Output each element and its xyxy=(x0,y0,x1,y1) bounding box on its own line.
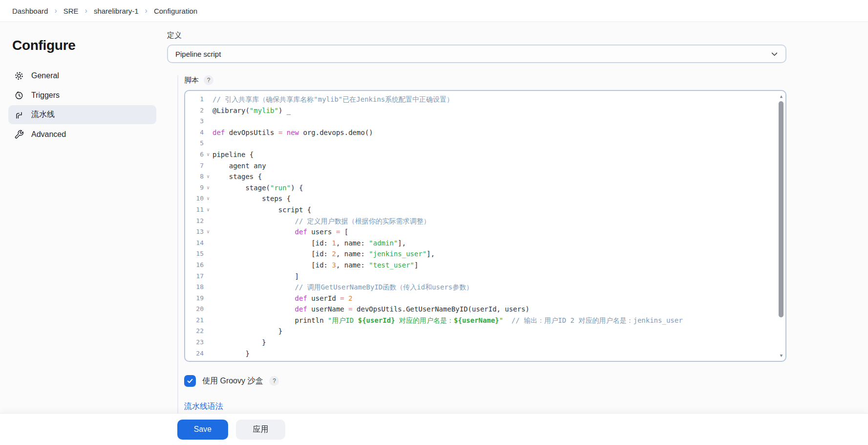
code-text: steps { xyxy=(212,193,291,204)
sidebar-item-general[interactable]: General xyxy=(8,66,156,85)
code-line: 17 ] xyxy=(188,271,785,282)
fold-gutter xyxy=(204,282,212,293)
line-number: 15 xyxy=(188,248,204,260)
breadcrumb: Dashboard›SRE›sharelibrary-1›Configurati… xyxy=(0,0,868,22)
breadcrumb-item-sre[interactable]: SRE xyxy=(64,7,79,15)
code-line: 11∨ script { xyxy=(188,204,785,216)
code-text: [id: 1, name: "admin"], xyxy=(212,238,406,249)
apply-button[interactable]: 应用 xyxy=(236,420,285,440)
code-line: 16 [id: 3, name: "test_user"] xyxy=(188,260,785,271)
scrollbar-thumb[interactable] xyxy=(779,101,783,317)
groovy-sandbox-label: 使用 Groovy 沙盒 xyxy=(202,376,263,386)
sidebar-item-advanced[interactable]: Advanced xyxy=(8,125,156,144)
code-text: script { xyxy=(212,204,311,216)
code-line: 9∨ stage("run") { xyxy=(188,182,785,194)
sidebar: Configure GeneralTriggers流水线Advanced xyxy=(0,22,167,413)
fold-toggle-icon[interactable]: ∨ xyxy=(204,204,212,216)
scroll-down-icon[interactable]: ▼ xyxy=(778,353,784,358)
fold-gutter xyxy=(204,105,212,116)
fold-gutter xyxy=(204,326,212,337)
code-line: 19 def userId = 2 xyxy=(188,293,785,304)
code-text: ] xyxy=(212,271,299,282)
scroll-up-icon[interactable]: ▲ xyxy=(778,93,784,99)
fold-gutter xyxy=(204,260,212,271)
sidebar-item-label: General xyxy=(31,71,59,80)
code-text: } xyxy=(212,348,250,359)
code-line: 18 // 调用GetUserNameByID函数（传入id和users参数） xyxy=(188,282,785,293)
definition-select-value: Pipeline script xyxy=(175,50,221,58)
code-line: 23 } xyxy=(188,337,785,348)
code-line: 7 agent any xyxy=(188,160,785,172)
fold-gutter xyxy=(204,304,212,315)
groovy-sandbox-checkbox[interactable] xyxy=(184,375,196,387)
chevron-down-icon xyxy=(770,50,779,58)
definition-select[interactable]: Pipeline script xyxy=(167,44,786,63)
fold-toggle-icon[interactable]: ∨ xyxy=(204,149,212,160)
line-number: 3 xyxy=(188,116,204,127)
script-help-button[interactable]: ? xyxy=(204,75,213,85)
fold-gutter xyxy=(204,94,212,105)
sidebar-item-label: Advanced xyxy=(31,130,66,139)
fold-gutter xyxy=(204,293,212,304)
definition-label: 定义 xyxy=(167,31,786,40)
fold-toggle-icon[interactable]: ∨ xyxy=(204,226,212,238)
line-number: 4 xyxy=(188,127,204,138)
line-number: 10 xyxy=(188,193,204,204)
code-text: } xyxy=(212,326,282,337)
fold-gutter xyxy=(204,348,212,359)
line-number: 13 xyxy=(188,226,204,238)
code-text: stage("run") { xyxy=(212,182,303,194)
fold-gutter xyxy=(204,337,212,348)
fold-toggle-icon[interactable]: ∨ xyxy=(204,193,212,204)
clock-icon xyxy=(14,90,24,100)
fold-gutter xyxy=(204,248,212,260)
pipeline-syntax-link[interactable]: 流水线语法 xyxy=(184,401,223,412)
sidebar-nav: GeneralTriggers流水线Advanced xyxy=(12,66,167,144)
fold-toggle-icon[interactable]: ∨ xyxy=(204,182,212,194)
sidebar-item-pipeline[interactable]: 流水线 xyxy=(8,105,156,124)
line-number: 1 xyxy=(188,94,204,105)
code-text: def users = [ xyxy=(212,226,348,238)
sandbox-help-button[interactable]: ? xyxy=(269,376,279,386)
script-label: 脚本 xyxy=(184,76,199,85)
sidebar-item-triggers[interactable]: Triggers xyxy=(8,86,156,105)
code-text: @Library("mylib") _ xyxy=(212,105,291,116)
check-icon xyxy=(187,378,193,384)
fold-gutter xyxy=(204,216,212,227)
code-line: 22 } xyxy=(188,326,785,337)
code-text: pipeline { xyxy=(212,149,254,160)
action-bar: Save 应用 xyxy=(0,413,868,445)
line-number: 19 xyxy=(188,293,204,304)
breadcrumb-item-dashboard[interactable]: Dashboard xyxy=(12,7,48,15)
line-number: 2 xyxy=(188,105,204,116)
line-number: 9 xyxy=(188,182,204,194)
breadcrumb-separator-icon: › xyxy=(54,6,57,15)
line-number: 18 xyxy=(188,282,204,293)
line-number: 22 xyxy=(188,326,204,337)
breadcrumb-item-sharelibrary-1[interactable]: sharelibrary-1 xyxy=(94,7,139,15)
code-line: 6∨pipeline { xyxy=(188,149,785,160)
code-text: def userId = 2 xyxy=(212,293,353,304)
code-line: 2@Library("mylib") _ xyxy=(188,105,785,116)
fold-gutter xyxy=(204,160,212,172)
editor-scrollbar[interactable]: ▲ ▼ xyxy=(778,93,784,358)
sidebar-item-label: 流水线 xyxy=(31,110,55,120)
save-button[interactable]: Save xyxy=(177,420,228,440)
code-line: 24 } xyxy=(188,348,785,359)
line-number: 8 xyxy=(188,171,204,182)
wrench-icon xyxy=(14,130,24,139)
code-line: 8∨ stages { xyxy=(188,171,785,182)
page-body: Configure GeneralTriggers流水线Advanced 定义 … xyxy=(0,22,868,413)
code-line: 13∨ def users = [ xyxy=(188,226,785,238)
code-text: // 调用GetUserNameByID函数（传入id和users参数） xyxy=(212,282,473,293)
code-text: stages { xyxy=(212,171,262,182)
line-number: 12 xyxy=(188,216,204,227)
code-line: 21 println "用户ID ${userId} 对应的用户名是：${use… xyxy=(188,315,785,326)
fold-gutter xyxy=(204,116,212,127)
breadcrumb-separator-icon: › xyxy=(85,6,87,15)
fold-toggle-icon[interactable]: ∨ xyxy=(204,171,212,182)
page-title: Configure xyxy=(12,38,167,53)
breadcrumb-item-configuration[interactable]: Configuration xyxy=(154,7,197,15)
line-number: 17 xyxy=(188,271,204,282)
code-editor[interactable]: 1// 引入共享库（确保共享库名称"mylib"已在Jenkins系统配置中正确… xyxy=(184,90,786,362)
